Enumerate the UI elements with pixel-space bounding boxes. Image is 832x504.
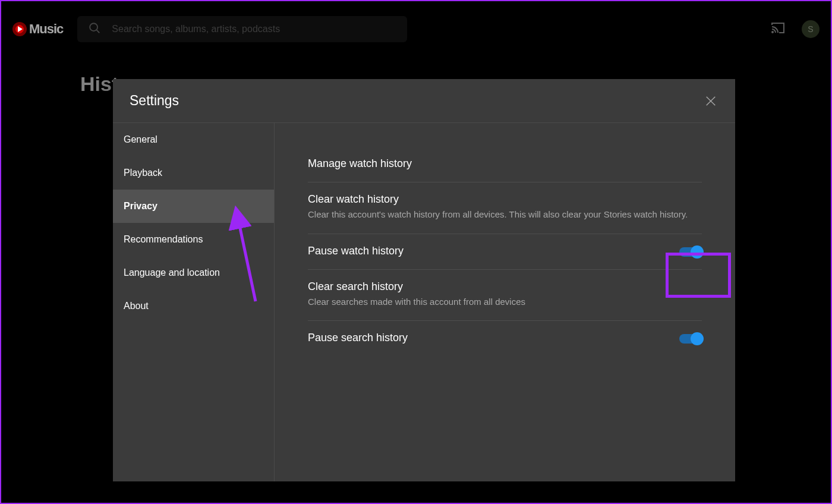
setting-title: Clear search history bbox=[308, 281, 702, 293]
sidebar-item-label: Privacy bbox=[124, 201, 157, 212]
search-field[interactable] bbox=[77, 16, 407, 42]
sidebar-item-privacy[interactable]: Privacy bbox=[113, 190, 274, 223]
sidebar-item-label: Language and location bbox=[124, 267, 220, 278]
pause-watch-history-toggle[interactable] bbox=[679, 247, 702, 257]
sidebar-item-recommendations[interactable]: Recommendations bbox=[113, 223, 274, 256]
setting-manage-watch-history[interactable]: Manage watch history bbox=[308, 147, 702, 182]
close-icon bbox=[704, 94, 717, 108]
search-input[interactable] bbox=[112, 24, 396, 34]
setting-description: Clear this account's watch history from … bbox=[308, 208, 702, 222]
settings-content: Manage watch history Clear watch history… bbox=[275, 123, 735, 481]
dialog-header: Settings bbox=[113, 79, 735, 123]
setting-pause-watch-history: Pause watch history bbox=[308, 234, 702, 270]
setting-title: Pause watch history bbox=[308, 245, 655, 257]
sidebar-item-general[interactable]: General bbox=[113, 123, 274, 156]
setting-clear-watch-history[interactable]: Clear watch history Clear this account's… bbox=[308, 182, 702, 234]
svg-point-2 bbox=[772, 32, 773, 33]
setting-clear-search-history[interactable]: Clear search history Clear searches made… bbox=[308, 270, 702, 322]
svg-line-1 bbox=[97, 30, 100, 33]
sidebar-item-label: About bbox=[124, 301, 149, 311]
sidebar-item-language-location[interactable]: Language and location bbox=[113, 256, 274, 289]
pause-search-history-toggle[interactable] bbox=[679, 334, 702, 344]
brand-name: Music bbox=[29, 21, 63, 37]
cast-icon[interactable] bbox=[771, 21, 785, 37]
sidebar-item-label: Recommendations bbox=[124, 234, 203, 245]
settings-sidebar: General Playback Privacy Recommendations… bbox=[113, 123, 275, 481]
close-button[interactable] bbox=[702, 92, 720, 110]
svg-point-0 bbox=[90, 23, 98, 31]
dialog-title: Settings bbox=[130, 93, 179, 109]
avatar[interactable]: S bbox=[802, 20, 820, 38]
sidebar-item-label: Playback bbox=[124, 168, 162, 178]
setting-title: Pause search history bbox=[308, 332, 655, 344]
top-bar: Music S bbox=[3, 10, 829, 48]
setting-title: Manage watch history bbox=[308, 158, 702, 170]
play-circle-icon bbox=[12, 22, 27, 36]
sidebar-item-about[interactable]: About bbox=[113, 289, 274, 323]
setting-title: Clear watch history bbox=[308, 193, 702, 206]
sidebar-item-playback[interactable]: Playback bbox=[113, 156, 274, 190]
sidebar-item-label: General bbox=[124, 134, 157, 145]
app-logo[interactable]: Music bbox=[12, 21, 63, 37]
setting-description: Clear searches made with this account fr… bbox=[308, 295, 702, 309]
settings-dialog: Settings General Playback Privacy Recomm… bbox=[113, 79, 735, 481]
search-icon bbox=[88, 21, 101, 37]
setting-pause-search-history: Pause search history bbox=[308, 321, 702, 356]
